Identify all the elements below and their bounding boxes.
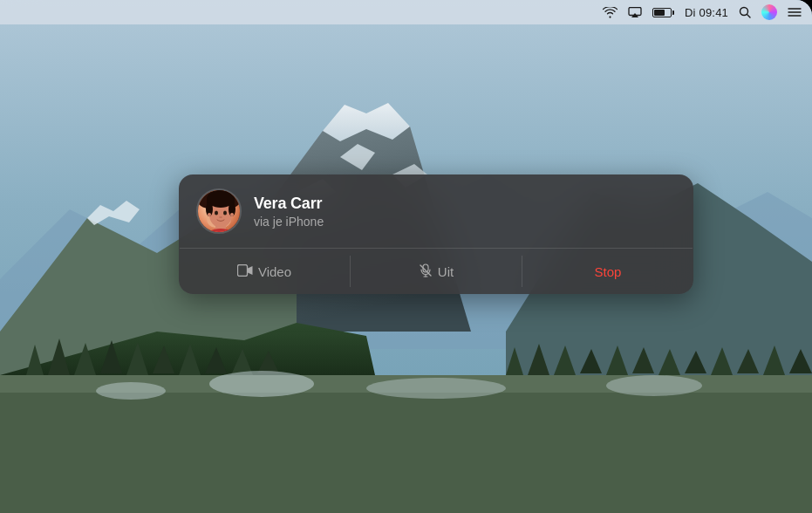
control-center-icon[interactable] <box>788 7 802 17</box>
contact-info: Vera Carr via je iPhone <box>254 195 676 229</box>
mute-button[interactable]: Uit <box>351 249 522 294</box>
mute-button-label: Uit <box>438 264 454 279</box>
stop-button[interactable]: Stop <box>522 249 693 294</box>
avatar <box>196 188 242 234</box>
contact-subtitle: via je iPhone <box>254 215 676 229</box>
stop-button-label: Stop <box>595 264 622 279</box>
svg-point-57 <box>230 213 234 216</box>
svg-point-38 <box>606 375 702 396</box>
video-icon <box>237 264 253 279</box>
svg-point-56 <box>208 213 211 216</box>
battery-icon <box>652 8 674 17</box>
video-button-label: Video <box>258 264 291 279</box>
menubar-icons: Di 09:41 <box>603 4 802 20</box>
menubar-time: Di 09:41 <box>685 6 728 19</box>
svg-point-54 <box>223 211 227 215</box>
search-icon[interactable] <box>739 6 751 18</box>
contact-name: Vera Carr <box>254 195 676 213</box>
svg-point-36 <box>366 378 506 399</box>
mute-icon <box>419 263 433 280</box>
svg-point-55 <box>219 216 222 218</box>
airplay-icon <box>628 7 642 18</box>
siri-icon[interactable] <box>761 4 777 20</box>
notification-card: Vera Carr via je iPhone Video <box>179 174 693 294</box>
wifi-icon <box>603 7 618 18</box>
svg-point-53 <box>215 211 218 215</box>
svg-point-35 <box>209 371 314 397</box>
svg-point-37 <box>96 382 166 400</box>
notification-header: Vera Carr via je iPhone <box>179 174 693 248</box>
video-button[interactable]: Video <box>179 249 350 294</box>
mac-frame: Di 09:41 <box>0 0 812 513</box>
notification-actions: Video Uit <box>179 249 693 294</box>
svg-rect-34 <box>0 393 812 513</box>
svg-line-42 <box>747 15 751 18</box>
menubar: Di 09:41 <box>0 0 812 24</box>
svg-marker-59 <box>248 266 253 275</box>
svg-point-52 <box>205 229 236 232</box>
svg-rect-58 <box>237 264 247 276</box>
